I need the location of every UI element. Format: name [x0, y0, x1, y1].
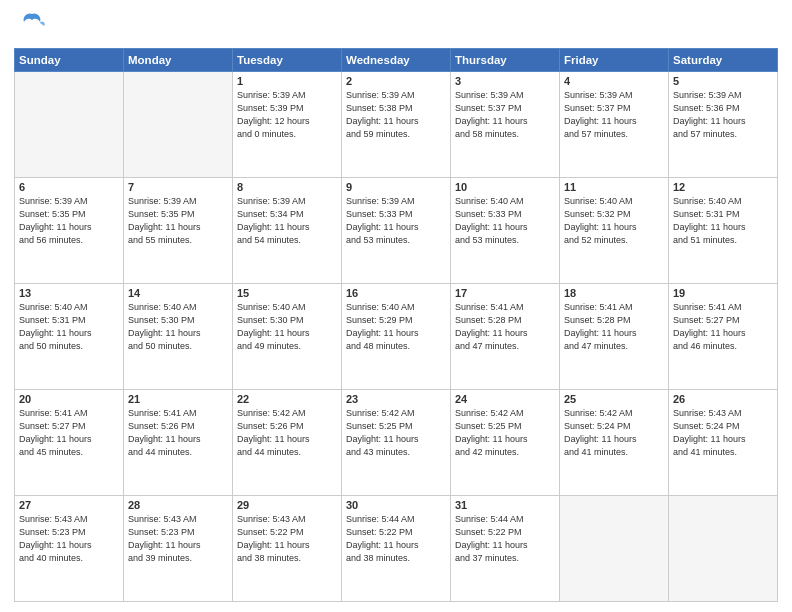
day-info: Sunrise: 5:42 AMSunset: 5:24 PMDaylight:…: [564, 407, 664, 459]
calendar-cell: 16Sunrise: 5:40 AMSunset: 5:29 PMDayligh…: [342, 284, 451, 390]
day-number: 25: [564, 393, 664, 405]
day-number: 11: [564, 181, 664, 193]
calendar-cell: 15Sunrise: 5:40 AMSunset: 5:30 PMDayligh…: [233, 284, 342, 390]
day-number: 5: [673, 75, 773, 87]
day-number: 16: [346, 287, 446, 299]
calendar-cell: 25Sunrise: 5:42 AMSunset: 5:24 PMDayligh…: [560, 390, 669, 496]
day-number: 21: [128, 393, 228, 405]
day-info: Sunrise: 5:39 AMSunset: 5:36 PMDaylight:…: [673, 89, 773, 141]
weekday-header-friday: Friday: [560, 49, 669, 72]
calendar-cell: 7Sunrise: 5:39 AMSunset: 5:35 PMDaylight…: [124, 178, 233, 284]
day-info: Sunrise: 5:42 AMSunset: 5:25 PMDaylight:…: [455, 407, 555, 459]
calendar-cell: 23Sunrise: 5:42 AMSunset: 5:25 PMDayligh…: [342, 390, 451, 496]
day-number: 13: [19, 287, 119, 299]
day-number: 18: [564, 287, 664, 299]
calendar-cell: 17Sunrise: 5:41 AMSunset: 5:28 PMDayligh…: [451, 284, 560, 390]
week-row-1: 1Sunrise: 5:39 AMSunset: 5:39 PMDaylight…: [15, 72, 778, 178]
calendar-cell: 2Sunrise: 5:39 AMSunset: 5:38 PMDaylight…: [342, 72, 451, 178]
calendar-cell: 29Sunrise: 5:43 AMSunset: 5:22 PMDayligh…: [233, 496, 342, 602]
calendar-cell: 8Sunrise: 5:39 AMSunset: 5:34 PMDaylight…: [233, 178, 342, 284]
calendar-cell: 22Sunrise: 5:42 AMSunset: 5:26 PMDayligh…: [233, 390, 342, 496]
calendar-cell: 26Sunrise: 5:43 AMSunset: 5:24 PMDayligh…: [669, 390, 778, 496]
week-row-4: 20Sunrise: 5:41 AMSunset: 5:27 PMDayligh…: [15, 390, 778, 496]
weekday-header-row: SundayMondayTuesdayWednesdayThursdayFrid…: [15, 49, 778, 72]
day-info: Sunrise: 5:41 AMSunset: 5:27 PMDaylight:…: [19, 407, 119, 459]
calendar-cell: 11Sunrise: 5:40 AMSunset: 5:32 PMDayligh…: [560, 178, 669, 284]
day-number: 31: [455, 499, 555, 511]
week-row-5: 27Sunrise: 5:43 AMSunset: 5:23 PMDayligh…: [15, 496, 778, 602]
calendar-cell: 24Sunrise: 5:42 AMSunset: 5:25 PMDayligh…: [451, 390, 560, 496]
day-number: 10: [455, 181, 555, 193]
day-number: 27: [19, 499, 119, 511]
day-number: 7: [128, 181, 228, 193]
day-info: Sunrise: 5:41 AMSunset: 5:28 PMDaylight:…: [455, 301, 555, 353]
day-info: Sunrise: 5:39 AMSunset: 5:37 PMDaylight:…: [564, 89, 664, 141]
day-info: Sunrise: 5:39 AMSunset: 5:35 PMDaylight:…: [19, 195, 119, 247]
calendar-cell: 28Sunrise: 5:43 AMSunset: 5:23 PMDayligh…: [124, 496, 233, 602]
day-number: 6: [19, 181, 119, 193]
day-number: 30: [346, 499, 446, 511]
day-number: 8: [237, 181, 337, 193]
day-info: Sunrise: 5:40 AMSunset: 5:32 PMDaylight:…: [564, 195, 664, 247]
day-info: Sunrise: 5:41 AMSunset: 5:26 PMDaylight:…: [128, 407, 228, 459]
calendar-cell: [669, 496, 778, 602]
calendar-cell: 5Sunrise: 5:39 AMSunset: 5:36 PMDaylight…: [669, 72, 778, 178]
calendar-cell: 18Sunrise: 5:41 AMSunset: 5:28 PMDayligh…: [560, 284, 669, 390]
day-number: 24: [455, 393, 555, 405]
day-info: Sunrise: 5:40 AMSunset: 5:33 PMDaylight:…: [455, 195, 555, 247]
calendar-cell: 6Sunrise: 5:39 AMSunset: 5:35 PMDaylight…: [15, 178, 124, 284]
logo-bird-icon: [18, 10, 46, 42]
calendar-cell: [124, 72, 233, 178]
weekday-header-wednesday: Wednesday: [342, 49, 451, 72]
logo: [14, 10, 46, 42]
calendar-cell: 14Sunrise: 5:40 AMSunset: 5:30 PMDayligh…: [124, 284, 233, 390]
calendar-cell: 31Sunrise: 5:44 AMSunset: 5:22 PMDayligh…: [451, 496, 560, 602]
weekday-header-thursday: Thursday: [451, 49, 560, 72]
calendar-cell: 19Sunrise: 5:41 AMSunset: 5:27 PMDayligh…: [669, 284, 778, 390]
day-info: Sunrise: 5:40 AMSunset: 5:31 PMDaylight:…: [19, 301, 119, 353]
day-number: 12: [673, 181, 773, 193]
day-info: Sunrise: 5:39 AMSunset: 5:38 PMDaylight:…: [346, 89, 446, 141]
day-info: Sunrise: 5:44 AMSunset: 5:22 PMDaylight:…: [455, 513, 555, 565]
day-number: 23: [346, 393, 446, 405]
day-number: 15: [237, 287, 337, 299]
calendar-cell: 12Sunrise: 5:40 AMSunset: 5:31 PMDayligh…: [669, 178, 778, 284]
day-info: Sunrise: 5:40 AMSunset: 5:31 PMDaylight:…: [673, 195, 773, 247]
day-number: 1: [237, 75, 337, 87]
day-number: 14: [128, 287, 228, 299]
day-number: 2: [346, 75, 446, 87]
day-info: Sunrise: 5:43 AMSunset: 5:23 PMDaylight:…: [19, 513, 119, 565]
day-number: 22: [237, 393, 337, 405]
calendar-cell: 3Sunrise: 5:39 AMSunset: 5:37 PMDaylight…: [451, 72, 560, 178]
day-info: Sunrise: 5:40 AMSunset: 5:30 PMDaylight:…: [237, 301, 337, 353]
day-info: Sunrise: 5:41 AMSunset: 5:27 PMDaylight:…: [673, 301, 773, 353]
day-number: 9: [346, 181, 446, 193]
day-number: 3: [455, 75, 555, 87]
calendar-cell: [560, 496, 669, 602]
weekday-header-saturday: Saturday: [669, 49, 778, 72]
day-info: Sunrise: 5:40 AMSunset: 5:29 PMDaylight:…: [346, 301, 446, 353]
day-number: 28: [128, 499, 228, 511]
day-info: Sunrise: 5:44 AMSunset: 5:22 PMDaylight:…: [346, 513, 446, 565]
weekday-header-sunday: Sunday: [15, 49, 124, 72]
day-number: 26: [673, 393, 773, 405]
calendar-cell: 30Sunrise: 5:44 AMSunset: 5:22 PMDayligh…: [342, 496, 451, 602]
calendar-cell: 27Sunrise: 5:43 AMSunset: 5:23 PMDayligh…: [15, 496, 124, 602]
day-number: 20: [19, 393, 119, 405]
day-number: 4: [564, 75, 664, 87]
day-info: Sunrise: 5:39 AMSunset: 5:37 PMDaylight:…: [455, 89, 555, 141]
calendar-cell: 9Sunrise: 5:39 AMSunset: 5:33 PMDaylight…: [342, 178, 451, 284]
day-info: Sunrise: 5:42 AMSunset: 5:25 PMDaylight:…: [346, 407, 446, 459]
calendar-cell: 1Sunrise: 5:39 AMSunset: 5:39 PMDaylight…: [233, 72, 342, 178]
day-info: Sunrise: 5:42 AMSunset: 5:26 PMDaylight:…: [237, 407, 337, 459]
day-info: Sunrise: 5:39 AMSunset: 5:35 PMDaylight:…: [128, 195, 228, 247]
page: SundayMondayTuesdayWednesdayThursdayFrid…: [0, 0, 792, 612]
day-info: Sunrise: 5:43 AMSunset: 5:22 PMDaylight:…: [237, 513, 337, 565]
day-number: 17: [455, 287, 555, 299]
header: [14, 10, 778, 42]
calendar-cell: [15, 72, 124, 178]
calendar-cell: 13Sunrise: 5:40 AMSunset: 5:31 PMDayligh…: [15, 284, 124, 390]
day-info: Sunrise: 5:40 AMSunset: 5:30 PMDaylight:…: [128, 301, 228, 353]
day-info: Sunrise: 5:39 AMSunset: 5:39 PMDaylight:…: [237, 89, 337, 141]
calendar-cell: 20Sunrise: 5:41 AMSunset: 5:27 PMDayligh…: [15, 390, 124, 496]
